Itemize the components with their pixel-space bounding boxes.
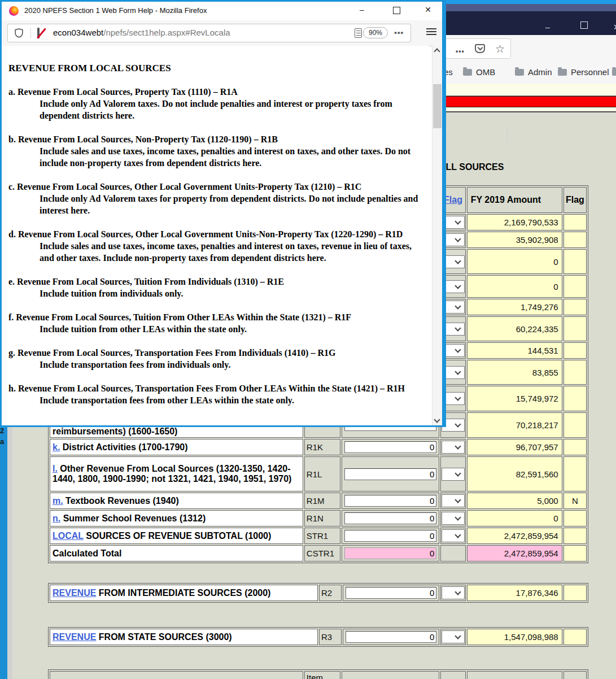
folder-icon <box>558 69 567 76</box>
label-cell: REVENUE FROM STATE SOURCES (3000) <box>50 629 318 645</box>
minimize-button[interactable]: – <box>545 23 550 32</box>
maximize-button[interactable] <box>580 21 588 31</box>
insecure-lock-icon[interactable] <box>37 29 46 38</box>
input-cell <box>343 585 439 601</box>
close-button[interactable]: ✕ <box>613 23 616 32</box>
url-host: econ034webt <box>53 28 103 37</box>
flag-cell: N <box>563 493 587 509</box>
input-cell <box>342 528 439 544</box>
flag-cell <box>563 439 587 455</box>
flag-cell <box>563 412 587 438</box>
screen: – ✕ ••• ☆ ☆ es OMB <box>0 0 616 679</box>
input-header-cell <box>342 671 439 679</box>
menu-icon[interactable] <box>426 28 436 37</box>
table-row-str1: LOCAL SOURCES OF REVENUE SUBTOTAL (1000)… <box>50 528 587 544</box>
flag-select[interactable] <box>442 586 465 599</box>
scrollbar[interactable] <box>432 46 442 425</box>
bookmark-folder-personnel[interactable]: Personnel <box>558 67 609 77</box>
label-fragment: reimbursements) (1600-1650) <box>53 426 177 437</box>
flag-cell <box>563 214 587 230</box>
popup-titlebar[interactable]: 2020 NPEFS Section 1 Web Form Help - Moz… <box>2 2 442 20</box>
input-cell <box>342 439 439 455</box>
help-entry: c. Revenue From Local Sources, Other Loc… <box>8 181 425 216</box>
next-section-table: Item <box>48 669 588 679</box>
amount-cell: 70,218,217 <box>467 412 562 438</box>
page-actions-icon[interactable]: ••• <box>456 48 465 55</box>
row-help-link[interactable]: LOCAL <box>53 531 84 541</box>
page-actions-icon[interactable]: ••• <box>394 28 404 37</box>
flag-select[interactable] <box>442 441 465 454</box>
amount-input[interactable] <box>344 512 436 524</box>
star-icon[interactable]: ☆ <box>495 43 505 54</box>
folder-icon <box>463 69 472 76</box>
amount-input[interactable] <box>344 530 436 542</box>
bookmarks-separator <box>507 128 508 142</box>
flag-cell <box>563 360 587 385</box>
help-entry: f. Revenue From Local Sources, Tuition F… <box>8 311 425 335</box>
bookmark-folder-partial[interactable] <box>612 67 616 77</box>
url-text[interactable]: econ034webt/npefs/sect1help.aspx#RevLoca… <box>53 28 230 37</box>
shield-icon[interactable] <box>15 28 23 40</box>
label-cell: m. Textbook Revenues (1940) <box>50 493 303 509</box>
edge-text-fragment: a <box>0 437 6 446</box>
scrollbar-thumb[interactable] <box>433 84 442 128</box>
row-help-link[interactable]: l. <box>53 464 58 473</box>
maximize-button[interactable] <box>388 7 405 16</box>
table-row-r1n: n. Summer School Revenues (1312) R1N 0 <box>50 510 587 526</box>
label-header-cell <box>50 671 303 679</box>
amount-cell: 144,531 <box>467 342 562 359</box>
flag-select[interactable] <box>442 468 465 481</box>
item-cell: STR1 <box>304 528 340 544</box>
label-cell: n. Summer School Revenues (1312) <box>50 510 303 526</box>
scroll-down-icon[interactable] <box>435 417 439 422</box>
row-help-link[interactable]: m. <box>53 496 63 506</box>
flag-cell <box>563 299 587 315</box>
urlbar-divider <box>30 28 31 38</box>
reader-mode-icon[interactable] <box>355 28 362 38</box>
flag-select[interactable] <box>442 529 465 542</box>
input-cell <box>342 545 439 562</box>
input-cell <box>343 629 439 645</box>
input-cell <box>342 510 439 526</box>
input-cell <box>342 493 439 509</box>
bookmark-folder-admin[interactable]: Admin <box>515 67 552 77</box>
row-help-link[interactable]: k. <box>53 442 60 452</box>
amount-cell: 0 <box>467 249 562 274</box>
amount-input[interactable] <box>344 441 436 453</box>
item-cell: R3 <box>319 629 342 645</box>
pocket-icon[interactable] <box>475 44 485 55</box>
flag2-header-cell: Flag <box>563 187 587 213</box>
amount-input[interactable] <box>344 495 436 507</box>
flag-cell <box>563 456 587 491</box>
row-help-link[interactable]: REVENUE <box>53 588 96 598</box>
table-row-r1m: m. Textbook Revenues (1940) R1M 5,000 N <box>50 493 587 509</box>
help-entry: g. Revenue From Local Sources, Transport… <box>8 347 425 371</box>
firefox-icon <box>9 6 19 16</box>
flag-select[interactable] <box>442 512 465 525</box>
bookmark-folder-omb[interactable]: OMB <box>463 67 495 77</box>
flag-select[interactable] <box>442 494 465 507</box>
amount-cell: 17,876,346 <box>467 585 562 601</box>
flag-header-cell <box>440 671 465 679</box>
close-button[interactable]: ✕ <box>420 5 436 14</box>
amount-cell: 1,749,276 <box>467 299 562 315</box>
amount-input[interactable] <box>346 631 436 643</box>
table-row-r2: REVENUE FROM INTERMEDIATE SOURCES (2000)… <box>50 585 587 601</box>
item-header-cell: Item <box>304 671 340 679</box>
row-help-link[interactable]: REVENUE <box>53 632 96 642</box>
state-sources-table: REVENUE FROM STATE SOURCES (3000) R3 1,5… <box>48 627 588 647</box>
scroll-up-icon[interactable] <box>435 47 439 52</box>
flag-select-cell <box>440 585 465 601</box>
label-cell: LOCAL SOURCES OF REVENUE SUBTOTAL (1000) <box>50 528 303 544</box>
minimize-button[interactable]: – <box>353 5 370 14</box>
flag-select[interactable] <box>442 630 465 643</box>
help-popup-window: 2020 NPEFS Section 1 Web Form Help - Moz… <box>0 0 446 427</box>
amount-cell: 0 <box>467 275 562 298</box>
url-bar[interactable]: econ034webt/npefs/sect1help.aspx#RevLoca… <box>7 24 411 42</box>
row-help-link[interactable]: n. <box>53 513 60 523</box>
zoom-level-badge[interactable]: 90% <box>363 27 388 38</box>
help-entry: a. Revenue From Local Sources, Property … <box>8 86 425 121</box>
amount-input[interactable] <box>346 587 436 599</box>
amount-input[interactable] <box>344 468 436 480</box>
flag-help-link[interactable]: Flag <box>444 195 462 204</box>
